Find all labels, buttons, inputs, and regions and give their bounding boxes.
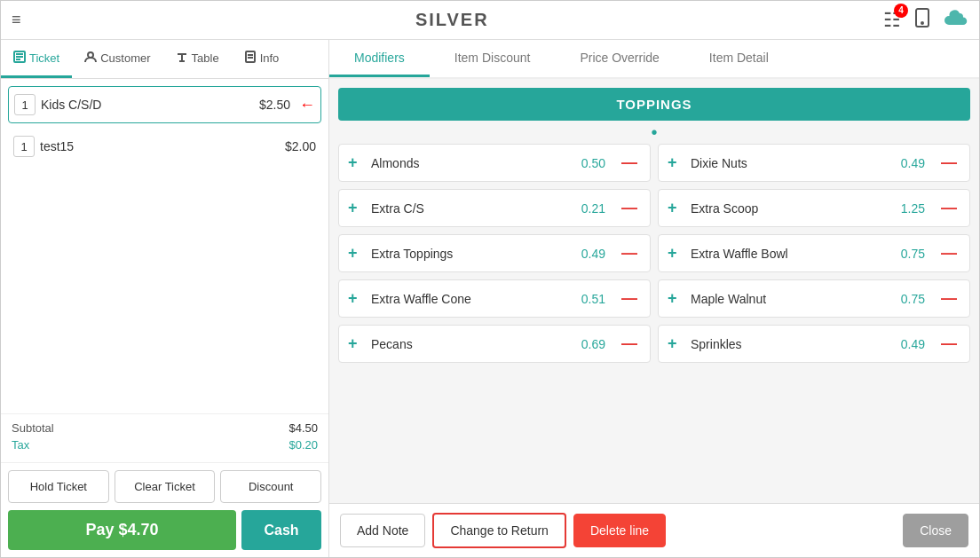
- modifier-name-extra-waffle-cone: Extra Waffle Cone: [371, 292, 576, 306]
- tab-modifiers[interactable]: Modifiers: [329, 40, 430, 77]
- tab-ticket[interactable]: Ticket: [1, 40, 72, 78]
- item-qty-0: 1: [14, 94, 36, 115]
- modifier-name-extra-scoop: Extra Scoop: [691, 201, 896, 216]
- modifier-price-extra-scoop: 1.25: [901, 201, 925, 216]
- tab-modifiers-label: Modifiers: [354, 51, 405, 65]
- notification-icon-wrap[interactable]: ☷ 4: [883, 9, 901, 32]
- minus-button-almonds[interactable]: —: [618, 153, 641, 172]
- cash-button[interactable]: Cash: [241, 510, 321, 550]
- plus-icon-sprinkles: +: [668, 334, 685, 353]
- modifier-name-dixie-nuts: Dixie Nuts: [691, 156, 896, 170]
- minus-button-extra-cs[interactable]: —: [618, 199, 641, 217]
- modifier-price-sprinkles: 0.49: [901, 337, 925, 351]
- plus-icon-pecans: +: [348, 334, 366, 353]
- tablet-icon[interactable]: [912, 7, 933, 34]
- modifier-name-extra-toppings: Extra Toppings: [371, 247, 576, 261]
- modifier-extra-toppings[interactable]: + Extra Toppings 0.49 —: [338, 234, 651, 272]
- hamburger-icon[interactable]: ≡: [12, 11, 21, 29]
- modifier-price-maple-walnut: 0.75: [901, 292, 925, 306]
- minus-button-sprinkles[interactable]: —: [937, 334, 960, 353]
- pay-button[interactable]: Pay $4.70: [8, 510, 236, 550]
- modifier-almonds[interactable]: + Almonds 0.50 —: [338, 144, 651, 182]
- modifier-sprinkles[interactable]: + Sprinkles 0.49 —: [658, 325, 970, 363]
- modifier-name-pecans: Pecans: [371, 337, 576, 351]
- minus-button-extra-waffle-bowl[interactable]: —: [937, 244, 960, 263]
- modifier-name-extra-waffle-bowl: Extra Waffle Bowl: [691, 247, 896, 261]
- item-qty-1: 1: [13, 136, 35, 157]
- arrow-icon-0: ←: [299, 96, 315, 114]
- modifier-dixie-nuts[interactable]: + Dixie Nuts 0.49 —: [658, 144, 970, 182]
- tax-label: Tax: [12, 438, 29, 452]
- modifier-maple-walnut[interactable]: + Maple Walnut 0.75 —: [658, 279, 970, 318]
- modifier-name-maple-walnut: Maple Walnut: [691, 292, 896, 306]
- ticket-icon: [13, 51, 26, 66]
- pay-row: Pay $4.70 Cash: [1, 510, 328, 557]
- tab-ticket-label: Ticket: [29, 51, 59, 65]
- modifier-extra-waffle-cone[interactable]: + Extra Waffle Cone 0.51 —: [338, 279, 651, 318]
- clear-ticket-button[interactable]: Clear Ticket: [115, 470, 216, 503]
- ticket-item-0[interactable]: 1 Kids C/S/D $2.50 ←: [8, 86, 321, 123]
- plus-icon-extra-scoop: +: [668, 199, 685, 217]
- tab-info[interactable]: Info: [232, 40, 292, 78]
- table-icon: [176, 51, 188, 66]
- minus-button-maple-walnut[interactable]: —: [937, 289, 960, 308]
- minus-button-dixie-nuts[interactable]: —: [937, 153, 960, 172]
- modifier-price-extra-cs: 0.21: [581, 201, 605, 216]
- modifier-price-extra-waffle-bowl: 0.75: [901, 247, 925, 261]
- info-icon: [244, 51, 257, 66]
- item-name-0: Kids C/S/D: [41, 98, 254, 112]
- modifiers-content: TOPPINGS • + Almonds 0.50 — + Extra C/: [329, 79, 979, 503]
- delete-line-button[interactable]: Delete line: [573, 514, 666, 547]
- modifiers-right-col: + Dixie Nuts 0.49 — + Extra Scoop 1.25 —: [658, 144, 970, 363]
- modifier-pecans[interactable]: + Pecans 0.69 —: [338, 325, 651, 363]
- plus-icon-extra-waffle-cone: +: [348, 289, 366, 308]
- action-buttons: Hold Ticket Clear Ticket Discount: [1, 462, 328, 510]
- tax-value: $0.20: [288, 438, 318, 452]
- close-button[interactable]: Close: [903, 514, 968, 547]
- add-note-button[interactable]: Add Note: [340, 514, 425, 547]
- plus-icon-extra-waffle-bowl: +: [668, 244, 685, 263]
- minus-button-extra-scoop[interactable]: —: [937, 199, 960, 217]
- tab-item-discount-label: Item Discount: [454, 51, 531, 65]
- tab-customer-label: Customer: [100, 51, 150, 65]
- modifier-extra-scoop[interactable]: + Extra Scoop 1.25 —: [658, 189, 970, 227]
- hold-ticket-button[interactable]: Hold Ticket: [8, 470, 109, 503]
- tab-item-discount[interactable]: Item Discount: [430, 40, 556, 77]
- tab-table[interactable]: Table: [163, 40, 232, 78]
- plus-icon-extra-cs: +: [348, 199, 366, 217]
- modifier-price-dixie-nuts: 0.49: [901, 156, 925, 170]
- minus-button-extra-toppings[interactable]: —: [618, 244, 641, 263]
- dot-indicator: •: [338, 128, 970, 137]
- item-name-1: test15: [40, 139, 280, 153]
- plus-icon-dixie-nuts: +: [668, 153, 685, 172]
- modifier-extra-waffle-bowl[interactable]: + Extra Waffle Bowl 0.75 —: [658, 234, 970, 272]
- subtotal-value: $4.50: [288, 421, 318, 435]
- tab-customer[interactable]: Customer: [72, 40, 162, 78]
- discount-button[interactable]: Discount: [220, 470, 321, 503]
- modifier-price-extra-toppings: 0.49: [581, 247, 605, 261]
- customer-icon: [84, 51, 97, 66]
- ticket-item-1[interactable]: 1 test15 $2.00: [8, 129, 321, 164]
- app-title: SILVER: [415, 10, 489, 30]
- right-tabs: Modifiers Item Discount Price Override I…: [329, 40, 979, 79]
- bottom-bar: Add Note Change to Return Delete line Cl…: [329, 503, 979, 557]
- change-to-return-button[interactable]: Change to Return: [432, 513, 566, 548]
- subtotal-label: Subtotal: [12, 421, 54, 435]
- svg-point-1: [921, 22, 923, 24]
- minus-button-pecans[interactable]: —: [618, 334, 641, 353]
- tab-price-override[interactable]: Price Override: [555, 40, 684, 77]
- modifier-extra-cs[interactable]: + Extra C/S 0.21 —: [338, 189, 651, 227]
- modifier-name-sprinkles: Sprinkles: [691, 337, 896, 351]
- cloud-icon[interactable]: [944, 9, 968, 32]
- totals-section: Subtotal $4.50 Tax $0.20: [1, 413, 328, 462]
- tab-item-detail[interactable]: Item Detail: [684, 40, 794, 77]
- modifiers-left-col: + Almonds 0.50 — + Extra C/S 0.21 —: [338, 144, 651, 363]
- modifier-price-pecans: 0.69: [581, 337, 605, 351]
- plus-icon-almonds: +: [348, 153, 366, 172]
- ticket-items-list: 1 Kids C/S/D $2.50 ← 1 test15 $2.00: [1, 79, 328, 413]
- modifiers-grid: + Almonds 0.50 — + Extra C/S 0.21 —: [338, 144, 970, 363]
- section-header-toppings: TOPPINGS: [338, 88, 970, 121]
- tab-table-label: Table: [192, 51, 219, 65]
- modifier-name-almonds: Almonds: [371, 156, 576, 170]
- minus-button-extra-waffle-cone[interactable]: —: [618, 289, 641, 308]
